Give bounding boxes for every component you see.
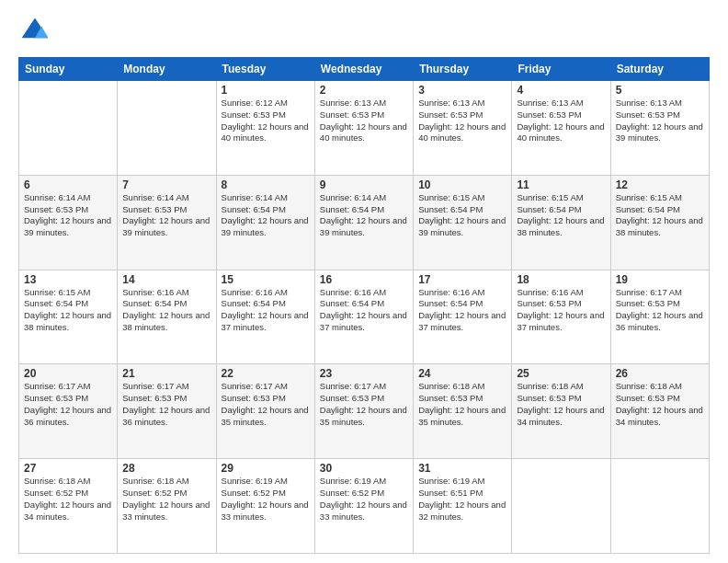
day-number: 24	[418, 367, 506, 380]
calendar-cell: 16Sunrise: 6:16 AMSunset: 6:54 PMDayligh…	[314, 270, 413, 364]
day-number: 25	[517, 367, 605, 380]
calendar-cell: 8Sunrise: 6:14 AMSunset: 6:54 PMDaylight…	[216, 175, 314, 270]
weekday-friday: Friday	[512, 58, 610, 81]
page: SundayMondayTuesdayWednesdayThursdayFrid…	[0, 0, 728, 563]
day-info: Sunrise: 6:15 AMSunset: 6:54 PMDaylight:…	[24, 287, 112, 334]
day-number: 29	[222, 462, 310, 475]
day-number: 11	[517, 178, 605, 191]
calendar-cell	[610, 459, 709, 554]
day-number: 4	[517, 84, 605, 97]
calendar-cell	[512, 459, 610, 554]
calendar-cell: 15Sunrise: 6:16 AMSunset: 6:54 PMDayligh…	[216, 270, 314, 364]
day-info: Sunrise: 6:16 AMSunset: 6:54 PMDaylight:…	[122, 287, 210, 334]
day-number: 17	[418, 273, 506, 286]
day-number: 8	[222, 178, 310, 191]
calendar-cell: 4Sunrise: 6:13 AMSunset: 6:53 PMDaylight…	[512, 81, 610, 176]
day-info: Sunrise: 6:18 AMSunset: 6:53 PMDaylight:…	[418, 381, 506, 428]
day-info: Sunrise: 6:19 AMSunset: 6:51 PMDaylight:…	[418, 476, 506, 523]
logo-icon	[18, 15, 51, 48]
calendar-cell: 31Sunrise: 6:19 AMSunset: 6:51 PMDayligh…	[414, 459, 512, 554]
calendar-cell: 24Sunrise: 6:18 AMSunset: 6:53 PMDayligh…	[414, 364, 512, 459]
day-number: 12	[616, 178, 704, 191]
day-number: 28	[122, 462, 210, 475]
day-number: 16	[320, 273, 408, 286]
header	[18, 15, 710, 48]
day-info: Sunrise: 6:17 AMSunset: 6:53 PMDaylight:…	[222, 381, 310, 428]
weekday-tuesday: Tuesday	[216, 58, 314, 81]
calendar-cell: 29Sunrise: 6:19 AMSunset: 6:52 PMDayligh…	[216, 459, 314, 554]
day-info: Sunrise: 6:18 AMSunset: 6:52 PMDaylight:…	[122, 476, 210, 523]
calendar-cell: 20Sunrise: 6:17 AMSunset: 6:53 PMDayligh…	[19, 364, 118, 459]
day-number: 30	[320, 462, 408, 475]
calendar-cell	[118, 81, 216, 176]
day-info: Sunrise: 6:19 AMSunset: 6:52 PMDaylight:…	[320, 476, 408, 523]
day-info: Sunrise: 6:17 AMSunset: 6:53 PMDaylight:…	[320, 381, 408, 428]
weekday-thursday: Thursday	[414, 58, 512, 81]
day-number: 1	[222, 84, 310, 97]
day-info: Sunrise: 6:13 AMSunset: 6:53 PMDaylight:…	[616, 98, 704, 144]
calendar-cell: 2Sunrise: 6:13 AMSunset: 6:53 PMDaylight…	[314, 81, 413, 176]
day-number: 20	[24, 367, 112, 380]
day-info: Sunrise: 6:16 AMSunset: 6:54 PMDaylight:…	[320, 287, 408, 334]
calendar-cell: 19Sunrise: 6:17 AMSunset: 6:53 PMDayligh…	[610, 270, 709, 364]
day-number: 6	[24, 178, 112, 191]
day-info: Sunrise: 6:14 AMSunset: 6:54 PMDaylight:…	[320, 192, 408, 239]
day-number: 7	[122, 178, 210, 191]
calendar-cell: 14Sunrise: 6:16 AMSunset: 6:54 PMDayligh…	[118, 270, 216, 364]
calendar-week-5: 27Sunrise: 6:18 AMSunset: 6:52 PMDayligh…	[19, 459, 710, 554]
day-number: 2	[320, 84, 408, 97]
day-number: 19	[616, 273, 704, 286]
day-info: Sunrise: 6:13 AMSunset: 6:53 PMDaylight:…	[418, 98, 506, 144]
day-number: 9	[320, 178, 408, 191]
logo	[18, 15, 55, 48]
calendar-cell: 28Sunrise: 6:18 AMSunset: 6:52 PMDayligh…	[118, 459, 216, 554]
day-info: Sunrise: 6:14 AMSunset: 6:53 PMDaylight:…	[122, 192, 210, 239]
day-info: Sunrise: 6:15 AMSunset: 6:54 PMDaylight:…	[616, 192, 704, 239]
calendar-cell: 21Sunrise: 6:17 AMSunset: 6:53 PMDayligh…	[118, 364, 216, 459]
day-info: Sunrise: 6:18 AMSunset: 6:52 PMDaylight:…	[24, 476, 112, 523]
day-info: Sunrise: 6:15 AMSunset: 6:54 PMDaylight:…	[418, 192, 506, 239]
day-info: Sunrise: 6:16 AMSunset: 6:53 PMDaylight:…	[517, 287, 605, 334]
day-info: Sunrise: 6:18 AMSunset: 6:53 PMDaylight:…	[517, 381, 605, 428]
day-info: Sunrise: 6:18 AMSunset: 6:53 PMDaylight:…	[616, 381, 704, 428]
calendar-cell: 18Sunrise: 6:16 AMSunset: 6:53 PMDayligh…	[512, 270, 610, 364]
calendar-cell: 17Sunrise: 6:16 AMSunset: 6:54 PMDayligh…	[414, 270, 512, 364]
day-info: Sunrise: 6:13 AMSunset: 6:53 PMDaylight:…	[320, 98, 408, 144]
day-number: 18	[517, 273, 605, 286]
calendar-cell: 5Sunrise: 6:13 AMSunset: 6:53 PMDaylight…	[610, 81, 709, 176]
day-number: 31	[418, 462, 506, 475]
day-info: Sunrise: 6:19 AMSunset: 6:52 PMDaylight:…	[222, 476, 310, 523]
calendar-cell: 11Sunrise: 6:15 AMSunset: 6:54 PMDayligh…	[512, 175, 610, 270]
day-info: Sunrise: 6:17 AMSunset: 6:53 PMDaylight:…	[24, 381, 112, 428]
calendar-cell: 9Sunrise: 6:14 AMSunset: 6:54 PMDaylight…	[314, 175, 413, 270]
weekday-header-row: SundayMondayTuesdayWednesdayThursdayFrid…	[19, 58, 710, 81]
calendar-week-4: 20Sunrise: 6:17 AMSunset: 6:53 PMDayligh…	[19, 364, 710, 459]
day-number: 21	[122, 367, 210, 380]
day-info: Sunrise: 6:14 AMSunset: 6:54 PMDaylight:…	[222, 192, 310, 239]
calendar-cell: 30Sunrise: 6:19 AMSunset: 6:52 PMDayligh…	[314, 459, 413, 554]
calendar-cell: 10Sunrise: 6:15 AMSunset: 6:54 PMDayligh…	[414, 175, 512, 270]
day-info: Sunrise: 6:17 AMSunset: 6:53 PMDaylight:…	[616, 287, 704, 334]
calendar: SundayMondayTuesdayWednesdayThursdayFrid…	[18, 57, 710, 554]
weekday-monday: Monday	[118, 58, 216, 81]
calendar-week-2: 6Sunrise: 6:14 AMSunset: 6:53 PMDaylight…	[19, 175, 710, 270]
day-number: 15	[222, 273, 310, 286]
day-number: 23	[320, 367, 408, 380]
day-number: 22	[222, 367, 310, 380]
weekday-wednesday: Wednesday	[314, 58, 413, 81]
day-info: Sunrise: 6:16 AMSunset: 6:54 PMDaylight:…	[418, 287, 506, 334]
calendar-cell: 7Sunrise: 6:14 AMSunset: 6:53 PMDaylight…	[118, 175, 216, 270]
calendar-week-3: 13Sunrise: 6:15 AMSunset: 6:54 PMDayligh…	[19, 270, 710, 364]
day-number: 13	[24, 273, 112, 286]
calendar-cell: 27Sunrise: 6:18 AMSunset: 6:52 PMDayligh…	[19, 459, 118, 554]
calendar-cell: 22Sunrise: 6:17 AMSunset: 6:53 PMDayligh…	[216, 364, 314, 459]
calendar-cell: 3Sunrise: 6:13 AMSunset: 6:53 PMDaylight…	[414, 81, 512, 176]
calendar-cell: 25Sunrise: 6:18 AMSunset: 6:53 PMDayligh…	[512, 364, 610, 459]
calendar-cell: 1Sunrise: 6:12 AMSunset: 6:53 PMDaylight…	[216, 81, 314, 176]
day-info: Sunrise: 6:17 AMSunset: 6:53 PMDaylight:…	[122, 381, 210, 428]
calendar-cell: 6Sunrise: 6:14 AMSunset: 6:53 PMDaylight…	[19, 175, 118, 270]
day-info: Sunrise: 6:15 AMSunset: 6:54 PMDaylight:…	[517, 192, 605, 239]
calendar-cell: 23Sunrise: 6:17 AMSunset: 6:53 PMDayligh…	[314, 364, 413, 459]
day-number: 10	[418, 178, 506, 191]
calendar-cell	[19, 81, 118, 176]
